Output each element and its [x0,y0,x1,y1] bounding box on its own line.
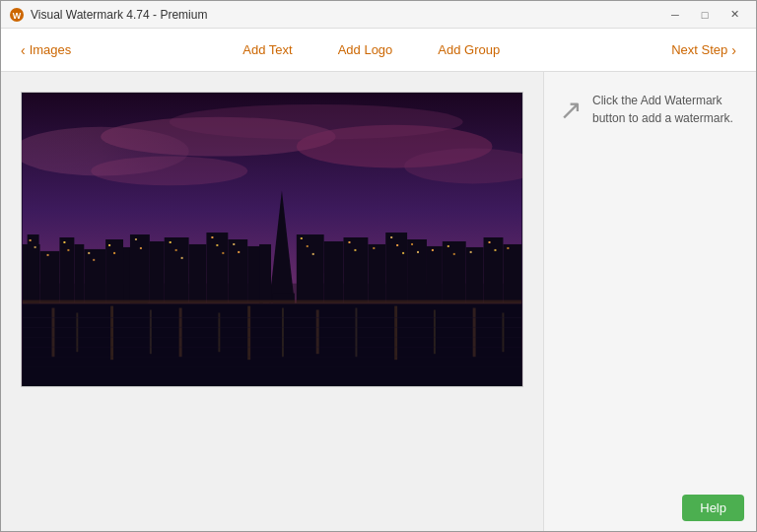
svg-rect-33 [385,233,407,303]
svg-rect-50 [140,247,142,249]
svg-rect-66 [396,244,398,246]
svg-rect-40 [30,239,32,241]
maximize-button[interactable]: □ [691,5,719,25]
chevron-left-icon: ‹ [21,42,26,58]
svg-rect-58 [238,251,240,253]
svg-rect-89 [394,306,397,361]
title-bar: W Visual Watermark 4.74 - Premium ─ □ ✕ [1,1,756,29]
next-step-label: Next Step [671,42,727,57]
svg-rect-17 [105,239,123,303]
svg-rect-47 [108,244,110,246]
svg-rect-80 [76,313,78,353]
svg-rect-68 [411,243,413,245]
svg-rect-88 [355,308,357,358]
svg-rect-13 [40,251,60,303]
svg-rect-55 [216,244,218,246]
images-label: Images [30,42,72,57]
svg-point-8 [91,157,247,186]
svg-rect-53 [181,257,183,259]
svg-text:W: W [13,11,22,21]
image-area [1,72,543,532]
toolbar-center: Add Text Add Logo Add Group [79,38,663,61]
svg-rect-84 [218,313,220,353]
svg-rect-31 [344,237,369,303]
svg-rect-52 [175,249,177,251]
svg-rect-60 [307,245,309,247]
svg-rect-49 [135,238,137,240]
svg-rect-46 [93,259,95,261]
svg-rect-15 [74,244,84,303]
help-button[interactable]: Help [682,495,744,521]
skyline-image [22,93,522,386]
svg-rect-36 [443,241,466,303]
svg-rect-29 [297,234,324,303]
svg-rect-51 [170,241,172,243]
svg-rect-73 [470,251,472,253]
svg-rect-85 [247,306,250,361]
svg-rect-30 [324,241,344,303]
main-content: ↖ Click the Add Watermark button to add … [1,72,756,532]
svg-rect-35 [427,246,443,303]
svg-rect-78 [23,304,522,386]
title-bar-controls: ─ □ ✕ [661,5,748,25]
toolbar: ‹ Images Add Text Add Logo Add Group Nex… [1,29,756,72]
svg-rect-67 [402,252,404,254]
svg-rect-41 [34,246,36,248]
app-title: Visual Watermark 4.74 - Premium [31,8,207,22]
svg-rect-81 [110,306,113,361]
svg-rect-76 [507,247,509,249]
svg-rect-39 [503,244,521,303]
add-group-button[interactable]: Add Group [430,38,508,61]
svg-rect-75 [494,249,496,251]
svg-rect-91 [473,308,476,358]
svg-rect-92 [502,313,504,353]
svg-rect-22 [189,244,207,303]
svg-rect-28 [259,244,271,303]
svg-rect-43 [63,241,65,243]
svg-rect-42 [47,254,49,256]
add-logo-button[interactable]: Add Logo [330,38,401,61]
image-container [21,92,523,387]
svg-rect-72 [453,253,455,255]
svg-rect-23 [206,233,228,303]
svg-rect-19 [130,234,150,303]
svg-rect-74 [489,241,491,243]
svg-rect-62 [348,241,350,243]
svg-rect-24 [228,239,247,303]
svg-rect-64 [373,247,375,249]
right-panel: ↖ Click the Add Watermark button to add … [543,72,756,532]
svg-rect-71 [447,245,449,247]
svg-rect-69 [417,251,419,253]
minimize-button[interactable]: ─ [661,5,689,25]
svg-rect-20 [150,241,165,303]
next-step-button[interactable]: Next Step › [663,38,744,62]
hint-area: ↖ Click the Add Watermark button to add … [560,92,740,127]
svg-rect-56 [222,252,224,254]
svg-rect-37 [466,247,484,303]
svg-rect-21 [165,237,189,303]
close-button[interactable]: ✕ [721,5,748,25]
svg-rect-59 [301,237,303,239]
svg-rect-63 [354,249,356,251]
svg-rect-48 [113,252,115,254]
svg-rect-70 [432,249,434,251]
svg-rect-44 [67,249,69,251]
svg-rect-86 [282,308,284,358]
svg-rect-61 [312,253,314,255]
arrow-icon: ↖ [560,94,583,126]
svg-rect-54 [211,236,213,238]
svg-rect-57 [233,243,235,245]
svg-rect-83 [179,308,182,358]
svg-rect-79 [52,308,55,358]
images-button[interactable]: ‹ Images [13,38,79,62]
chevron-right-icon: › [731,42,736,58]
title-bar-left: W Visual Watermark 4.74 - Premium [9,7,207,23]
svg-rect-14 [59,237,74,303]
svg-rect-65 [390,236,392,238]
svg-rect-45 [88,252,90,254]
svg-rect-12 [28,234,39,303]
svg-rect-34 [407,239,427,303]
add-text-button[interactable]: Add Text [235,38,300,61]
svg-rect-38 [484,237,504,303]
svg-rect-77 [23,300,522,304]
